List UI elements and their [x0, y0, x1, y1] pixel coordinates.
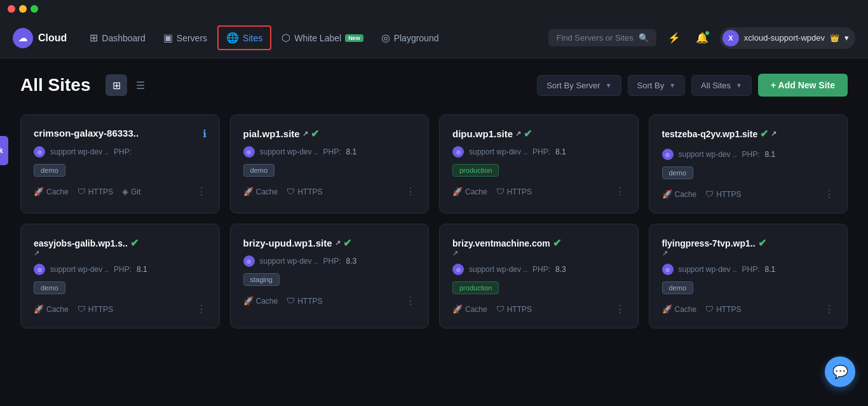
more-options-button[interactable]: ⋮ [824, 303, 834, 315]
cache-icon: 🚀 [243, 187, 254, 196]
https-icon: 🛡 [78, 304, 86, 314]
external-link-icon: ↗ [771, 130, 776, 138]
sort-by-server-dropdown[interactable]: Sort By Server ▼ [537, 75, 621, 96]
nav-label-whitelabel: White Label [294, 33, 341, 43]
status-green-icon: ✔ [553, 237, 561, 249]
footer-https-button[interactable]: 🛡 HTTPS [496, 304, 532, 314]
header-controls: Sort By Server ▼ Sort By ▼ All Sites ▼ +… [537, 74, 848, 97]
list-view-button[interactable]: ☰ [130, 74, 151, 96]
site-card-site5: easyjobs-galib.wp1.s.. ✔ ↗ ◎ support wp-… [20, 224, 220, 328]
title-bar [0, 0, 868, 18]
footer-cache-button[interactable]: 🚀 Cache [34, 187, 69, 196]
site-card-site2: pial.wp1.site ↗ ✔ ◎ support wp-dev .. PH… [230, 114, 430, 213]
site-name: brizy.ventmachine.com✔ [452, 237, 561, 249]
server-name: support wp-dev .. [260, 257, 318, 266]
chat-bubble[interactable]: 💬 [825, 356, 855, 387]
search-bar[interactable]: Find Servers or Sites 🔍 [548, 29, 656, 46]
env-badge: demo [34, 281, 65, 294]
external-link-icon: ↗ [515, 130, 521, 138]
more-options-button[interactable]: ⋮ [196, 186, 207, 198]
https-icon: 🛡 [287, 187, 295, 196]
site-name: testzeba-q2yv.wp1.site ✔ ↗ [662, 128, 777, 140]
footer-https-label: HTTPS [716, 190, 741, 199]
status-green-icon: ✔ [343, 237, 351, 249]
more-options-button[interactable]: ⋮ [405, 186, 416, 198]
site-name: crimson-galaxy-86333.. [34, 128, 139, 139]
server-name: support wp-dev .. [260, 147, 318, 156]
footer-cache-button[interactable]: 🚀 Cache [452, 304, 487, 314]
logo[interactable]: ☁ Cloud [13, 28, 67, 48]
php-label: PHP: [532, 147, 550, 156]
close-dot[interactable] [8, 5, 15, 13]
nav-item-dashboard[interactable]: ⊞ Dashboard [82, 27, 153, 49]
site-name: brizy-upud.wp1.site ↗ ✔ [243, 237, 351, 249]
new-badge: New [345, 34, 363, 42]
filter-dropdown[interactable]: All Sites ▼ [691, 75, 752, 96]
env-badge: production [452, 281, 499, 294]
notification-button[interactable]: 🔔 [692, 28, 712, 48]
footer-https-button[interactable]: 🛡 HTTPS [287, 296, 322, 306]
https-icon: 🛡 [287, 296, 295, 306]
site-meta: ◎ support wp-dev .. PHP: 8.1 [243, 146, 416, 158]
site-card-footer: 🚀 Cache 🛡 HTTPS ⋮ [243, 295, 416, 307]
more-options-button[interactable]: ⋮ [615, 186, 625, 198]
status-green-icon: ✔ [758, 237, 766, 249]
activity-button[interactable]: ⚡ [664, 28, 684, 48]
nav-label-dashboard: Dashboard [102, 33, 146, 43]
footer-https-button[interactable]: 🛡 HTTPS [705, 189, 741, 199]
footer-cache-button[interactable]: 🚀 Cache [243, 187, 278, 196]
nav-item-servers[interactable]: ▣ Servers [156, 27, 215, 49]
more-options-button[interactable]: ⋮ [196, 303, 207, 315]
footer-cache-button[interactable]: 🚀 Cache [662, 189, 697, 199]
maximize-dot[interactable] [31, 5, 38, 13]
status-green-icon: ✔ [760, 128, 768, 140]
footer-https-button[interactable]: 🛡 HTTPS [78, 304, 113, 314]
footer-cache-button[interactable]: 🚀 Cache [243, 296, 278, 306]
footer-cache-label: Cache [46, 187, 69, 196]
status-green-icon: ✔ [311, 128, 319, 140]
footer-https-button[interactable]: 🛡 HTTPS [78, 187, 113, 196]
php-version: 8.1 [555, 147, 566, 156]
minimize-dot[interactable] [19, 5, 27, 13]
external-link-icon: ↗ [452, 249, 458, 257]
grid-view-button[interactable]: ⊞ [105, 74, 127, 96]
list-icon: ☰ [136, 79, 145, 91]
external-link-icon: ↗ [34, 249, 39, 257]
footer-git-button[interactable]: ◈ Git [122, 187, 140, 196]
https-icon: 🛡 [705, 304, 714, 314]
feedback-tab[interactable]: + Feedback [0, 136, 8, 165]
chevron-down-icon: ▼ [606, 82, 612, 89]
footer-cache-label: Cache [256, 187, 278, 196]
user-menu[interactable]: X xcloud-support-wpdev 👑 ▾ [720, 27, 855, 49]
more-options-button[interactable]: ⋮ [824, 188, 834, 200]
env-badge: demo [662, 166, 694, 179]
server-avatar: ◎ [243, 255, 255, 267]
site-name: flyingpress-7tvp.wp1.. ✔ [662, 237, 766, 249]
footer-cache-button[interactable]: 🚀 Cache [452, 187, 487, 196]
git-icon: ◈ [122, 187, 128, 196]
env-badge: demo [243, 164, 275, 177]
more-options-button[interactable]: ⋮ [405, 295, 416, 307]
footer-https-button[interactable]: 🛡 HTTPS [705, 304, 741, 314]
footer-https-button[interactable]: 🛡 HTTPS [496, 187, 532, 196]
nav-item-sites[interactable]: 🌐 Sites [217, 25, 271, 50]
footer-cache-button[interactable]: 🚀 Cache [662, 304, 697, 314]
external-link-icon: ↗ [302, 130, 308, 138]
footer-https-label: HTTPS [297, 297, 322, 306]
logo-icon: ☁ [13, 28, 33, 48]
server-avatar: ◎ [452, 264, 464, 275]
site-card-footer: 🚀 Cache 🛡 HTTPS ⋮ [452, 303, 625, 315]
nav-item-whitelabel[interactable]: ⬡ White Label New [274, 27, 370, 49]
php-version: 8.1 [346, 147, 357, 156]
add-new-site-button[interactable]: + Add New Site [758, 74, 848, 97]
cache-icon: 🚀 [243, 296, 254, 306]
server-name: support wp-dev .. [469, 265, 527, 274]
footer-https-button[interactable]: 🛡 HTTPS [287, 187, 322, 196]
https-icon: 🛡 [705, 189, 714, 199]
chevron-down-icon: ▼ [736, 82, 742, 89]
server-avatar: ◎ [34, 264, 45, 275]
footer-cache-button[interactable]: 🚀 Cache [34, 304, 69, 314]
nav-item-playground[interactable]: ◎ Playground [374, 27, 447, 49]
sort-by-dropdown[interactable]: Sort By ▼ [628, 75, 686, 96]
more-options-button[interactable]: ⋮ [615, 303, 625, 315]
